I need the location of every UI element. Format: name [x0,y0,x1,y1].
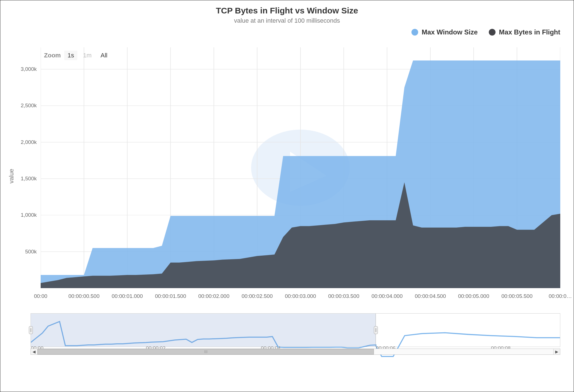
y-axis-ticks: 500k1,000k1,500k2,000k2,500k3,000k [7,47,38,288]
scroll-left-button[interactable]: ◀ [31,349,38,354]
zoom-controls: Zoom 1s 1m All [44,51,111,60]
zoom-label: Zoom [44,52,61,59]
zoom-all-button[interactable]: All [97,51,111,60]
navigator-scrollbar[interactable]: ◀ ▶ [31,349,560,355]
circle-icon [411,29,418,36]
circle-icon [489,29,496,36]
navigator-handle-right[interactable] [374,326,378,334]
chart-title: TCP Bytes in Flight vs Window Size [7,6,567,15]
scrollbar-track[interactable] [38,349,553,354]
legend: Max Window Size Max Bytes in Flight [7,28,567,36]
legend-label: Max Window Size [422,28,478,36]
scrollbar-thumb[interactable] [38,349,374,354]
chart-subtitle: value at an interval of 100 milliseconds [7,17,567,24]
zoom-1m-button[interactable]: 1m [80,51,95,60]
legend-item-bytes[interactable]: Max Bytes in Flight [489,28,560,36]
navigator-selection[interactable] [31,314,376,347]
range-navigator[interactable]: 00:0000:00:0200:00:0400:00:0600:00:08 [31,313,560,347]
scroll-right-button[interactable]: ▶ [553,349,560,354]
legend-item-window[interactable]: Max Window Size [411,28,478,36]
legend-label: Max Bytes in Flight [499,28,560,36]
navigator-handle-left[interactable] [29,326,33,334]
zoom-1s-button[interactable]: 1s [64,51,77,60]
chart-plot-area[interactable] [41,47,560,288]
x-axis-ticks: 00:0000:00:00.50000:00:01.00000:00:01.50… [41,291,560,305]
